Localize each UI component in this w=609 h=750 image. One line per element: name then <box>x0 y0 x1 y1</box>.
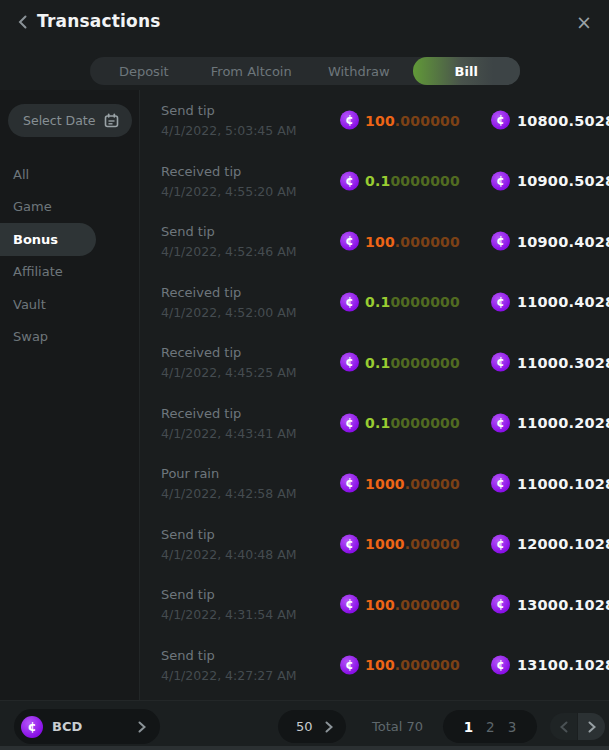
back-button[interactable] <box>10 10 34 34</box>
transaction-datetime: 4/1/2022, 5:03:45 AM <box>161 123 297 138</box>
tab-withdraw[interactable]: Withdraw <box>305 57 413 85</box>
transaction-balance: 11000.4028 <box>517 294 609 310</box>
transaction-row: Send tip 4/1/2022, 4:27:27 AM ¢ 100.0000… <box>140 635 609 696</box>
modal-footer: ¢ BCD 50 Total 70 1 2 3 <box>0 700 609 750</box>
transaction-type: Send tip <box>161 103 297 118</box>
chevron-left-icon <box>560 721 568 733</box>
next-page-button[interactable] <box>578 713 605 740</box>
pagination-nav <box>550 713 605 740</box>
chevron-left-icon <box>18 15 27 29</box>
transaction-amount: 0.10000000 <box>365 173 460 189</box>
transaction-type: Received tip <box>161 284 297 299</box>
page-title: Transactions <box>37 11 161 31</box>
chevron-right-icon <box>325 721 333 733</box>
transaction-type: Send tip <box>161 647 297 662</box>
chevron-right-icon <box>588 721 596 733</box>
coin-icon: ¢ <box>491 595 510 614</box>
transaction-balance: 11000.2028 <box>517 415 609 431</box>
transactions-modal: Transactions × Deposit From Altcoin With… <box>0 0 609 750</box>
transaction-row: Send tip 4/1/2022, 5:03:45 AM ¢ 100.0000… <box>140 90 609 151</box>
coin-icon: ¢ <box>340 655 359 674</box>
transaction-amount: 100.000000 <box>365 112 460 128</box>
transaction-type: Received tip <box>161 405 297 420</box>
coin-icon: ¢ <box>340 171 359 190</box>
page-size-selector[interactable]: 50 <box>278 710 346 743</box>
coin-icon: ¢ <box>491 655 510 674</box>
transaction-balance: 10800.5028 <box>517 112 609 128</box>
transaction-datetime: 4/1/2022, 4:40:48 AM <box>161 546 297 561</box>
transaction-balance: 11000.3028 <box>517 354 609 370</box>
coin-icon: ¢ <box>491 111 510 130</box>
modal-header: Transactions × <box>0 0 609 44</box>
transaction-datetime: 4/1/2022, 4:43:41 AM <box>161 425 297 440</box>
coin-icon: ¢ <box>491 534 510 553</box>
filter-list: All Game Bonus Affiliate Vault Swap <box>0 158 139 353</box>
transaction-datetime: 4/1/2022, 4:52:46 AM <box>161 244 297 259</box>
calendar-icon <box>104 113 119 128</box>
bill-type-tabs: Deposit From Altcoin Withdraw Bill <box>90 57 520 85</box>
transaction-amount: 100.000000 <box>365 596 460 612</box>
select-date-label: Select Date <box>23 113 95 128</box>
transaction-balance: 11000.1028 <box>517 475 609 491</box>
transaction-row: Send tip 4/1/2022, 4:52:46 AM ¢ 100.0000… <box>140 211 609 272</box>
coin-icon: ¢ <box>491 292 510 311</box>
transaction-amount: 0.10000000 <box>365 415 460 431</box>
transaction-type: Received tip <box>161 345 297 360</box>
close-icon[interactable]: × <box>571 9 597 35</box>
coin-icon: ¢ <box>340 534 359 553</box>
transaction-balance: 10900.5028 <box>517 173 609 189</box>
coin-icon: ¢ <box>491 474 510 493</box>
transaction-datetime: 4/1/2022, 4:42:58 AM <box>161 486 297 501</box>
prev-page-button[interactable] <box>550 713 577 740</box>
transaction-datetime: 4/1/2022, 4:55:20 AM <box>161 183 297 198</box>
transaction-amount: 100.000000 <box>365 657 460 673</box>
sidebar-item-vault[interactable]: Vault <box>0 288 139 321</box>
transaction-datetime: 4/1/2022, 4:52:00 AM <box>161 304 297 319</box>
transaction-amount: 1000.00000 <box>365 536 460 552</box>
select-date-button[interactable]: Select Date <box>8 104 132 137</box>
transaction-row: Received tip 4/1/2022, 4:55:20 AM ¢ 0.10… <box>140 151 609 212</box>
transaction-balance: 10900.4028 <box>517 233 609 249</box>
total-count: Total 70 <box>372 701 423 750</box>
modal-body: Select Date All Game Bonus Affiliate Vau… <box>0 90 609 700</box>
currency-label: BCD <box>52 719 138 734</box>
transaction-amount: 100.000000 <box>365 233 460 249</box>
sidebar-item-all[interactable]: All <box>0 158 139 191</box>
tab-from-altcoin[interactable]: From Altcoin <box>198 57 306 85</box>
coin-icon: ¢ <box>21 716 43 738</box>
transaction-balance: 12000.1028 <box>517 536 609 552</box>
sidebar-item-bonus[interactable]: Bonus <box>0 223 96 256</box>
coin-icon: ¢ <box>491 171 510 190</box>
transaction-type: Send tip <box>161 587 297 602</box>
currency-selector[interactable]: ¢ BCD <box>14 709 160 744</box>
transaction-row: Send tip 4/1/2022, 4:40:48 AM ¢ 1000.000… <box>140 514 609 575</box>
coin-icon: ¢ <box>340 595 359 614</box>
transaction-balance: 13100.1028 <box>517 657 609 673</box>
coin-icon: ¢ <box>340 474 359 493</box>
sidebar-item-swap[interactable]: Swap <box>0 321 139 354</box>
sidebar-item-affiliate[interactable]: Affiliate <box>0 256 139 289</box>
transaction-amount: 0.10000000 <box>365 354 460 370</box>
transaction-row: Received tip 4/1/2022, 4:43:41 AM ¢ 0.10… <box>140 393 609 454</box>
transaction-list: Send tip 4/1/2022, 5:03:45 AM ¢ 100.0000… <box>140 90 609 700</box>
transaction-type: Send tip <box>161 224 297 239</box>
tab-bill[interactable]: Bill <box>413 57 521 85</box>
page-1[interactable]: 1 <box>464 719 473 735</box>
sidebar-item-game[interactable]: Game <box>0 191 139 224</box>
page-2[interactable]: 2 <box>486 719 495 735</box>
page-size-value: 50 <box>296 719 313 734</box>
coin-icon: ¢ <box>491 232 510 251</box>
chevron-right-icon <box>138 721 146 733</box>
transaction-datetime: 4/1/2022, 4:31:54 AM <box>161 607 297 622</box>
coin-icon: ¢ <box>340 232 359 251</box>
coin-icon: ¢ <box>491 353 510 372</box>
page-3[interactable]: 3 <box>508 719 517 735</box>
transaction-datetime: 4/1/2022, 4:45:25 AM <box>161 365 297 380</box>
filter-sidebar: Select Date All Game Bonus Affiliate Vau… <box>0 90 140 700</box>
coin-icon: ¢ <box>340 111 359 130</box>
pagination: 1 2 3 <box>443 710 537 743</box>
transaction-row: Received tip 4/1/2022, 4:45:25 AM ¢ 0.10… <box>140 332 609 393</box>
coin-icon: ¢ <box>340 353 359 372</box>
tab-deposit[interactable]: Deposit <box>90 57 198 85</box>
transaction-amount: 0.10000000 <box>365 294 460 310</box>
